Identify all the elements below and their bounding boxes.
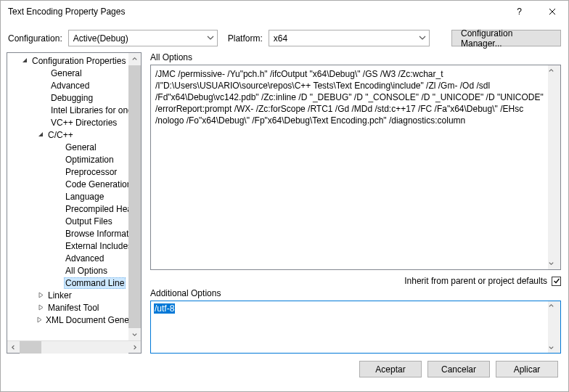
scroll-up-icon[interactable] — [548, 65, 560, 77]
all-options-text: /JMC /permissive- /Yu"pch.h" /ifcOutput … — [155, 69, 544, 126]
inherit-label: Inherit from parent or project defaults — [404, 276, 547, 286]
tree-node-cpp-advanced[interactable]: Advanced — [7, 252, 141, 264]
checkmark-icon — [553, 277, 560, 285]
configuration-manager-button[interactable]: Configuration Manager... — [451, 30, 561, 46]
tree-node-intel[interactable]: Intel Libraries for oneAPI — [7, 104, 141, 116]
platform-select[interactable]: x64 — [269, 30, 430, 46]
tree-node-manifest[interactable]: Manifest Tool — [7, 301, 141, 314]
ok-button[interactable]: Aceptar — [359, 361, 422, 377]
dialog-buttons: Aceptar Cancelar Aplicar — [1, 354, 568, 385]
tree-node-cpp-preprocessor[interactable]: Preprocessor — [7, 166, 141, 178]
tree-node-cpp-optimization[interactable]: Optimization — [7, 153, 141, 166]
tree-node-linker[interactable]: Linker — [7, 289, 141, 301]
scroll-thumb[interactable] — [128, 65, 141, 328]
chevron-down-icon — [207, 34, 214, 41]
additional-options-value: /utf-8 — [154, 303, 175, 314]
allopts-scrollbar[interactable] — [548, 65, 560, 269]
main-content: Configuration Properties General Advance… — [1, 52, 568, 354]
inherit-checkbox[interactable] — [552, 277, 561, 286]
tree-scroll[interactable]: Configuration Properties General Advance… — [7, 53, 141, 340]
inherit-row: Inherit from parent or project defaults — [150, 276, 561, 286]
close-icon — [549, 8, 556, 15]
scroll-up-icon[interactable] — [128, 53, 141, 65]
tree-node-cpp-browse[interactable]: Browse Information — [7, 227, 141, 240]
tree-node-cpp-language[interactable]: Language — [7, 190, 141, 203]
expander-closed-icon[interactable] — [36, 316, 43, 324]
tree-node-cpp-codegen[interactable]: Code Generation — [7, 178, 141, 190]
expander-closed-icon[interactable] — [36, 291, 45, 300]
addopts-scrollbar[interactable] — [548, 301, 560, 353]
additional-options-textarea[interactable]: /utf-8 — [150, 301, 561, 354]
tree-node-cpp-output[interactable]: Output Files — [7, 215, 141, 227]
additional-options-label: Additional Options — [150, 288, 561, 298]
scroll-track[interactable] — [20, 341, 128, 354]
configuration-value: Active(Debug) — [73, 33, 128, 44]
tree-node-cpp[interactable]: C/C++ — [7, 128, 141, 141]
cancel-button[interactable]: Cancelar — [427, 361, 490, 377]
platform-label: Platform: — [228, 33, 263, 44]
tree-node-cpp-allopts[interactable]: All Options — [7, 264, 141, 277]
configuration-label: Configuration: — [8, 33, 62, 44]
tree: Configuration Properties General Advance… — [7, 53, 141, 327]
platform-value: x64 — [274, 33, 287, 44]
scroll-right-icon[interactable] — [128, 341, 141, 354]
help-button[interactable]: ? — [503, 1, 536, 23]
tree-vertical-scrollbar[interactable] — [128, 53, 141, 340]
expander-closed-icon[interactable] — [36, 303, 45, 312]
tree-node-advanced[interactable]: Advanced — [7, 79, 141, 91]
tree-node-cpp-pch[interactable]: Precompiled Headers — [7, 203, 141, 215]
tree-node-cpp-external[interactable]: External Includes — [7, 240, 141, 252]
scroll-thumb[interactable] — [20, 341, 41, 354]
tree-node-xmldoc[interactable]: XML Document Generator — [7, 314, 141, 326]
scroll-down-icon[interactable] — [548, 258, 560, 269]
chevron-down-icon — [419, 34, 426, 41]
close-button[interactable] — [536, 1, 568, 23]
tree-horizontal-scrollbar[interactable] — [7, 340, 141, 353]
right-column: All Options /JMC /permissive- /Yu"pch.h"… — [150, 52, 561, 354]
tree-node-debugging[interactable]: Debugging — [7, 91, 141, 104]
tree-node-config-properties[interactable]: Configuration Properties — [7, 54, 141, 67]
title-bar: Text Encoding Property Pages ? — [1, 1, 568, 23]
apply-button[interactable]: Aplicar — [496, 361, 558, 377]
scroll-down-icon[interactable] — [128, 328, 141, 340]
configuration-select[interactable]: Active(Debug) — [68, 30, 218, 46]
all-options-textarea[interactable]: /JMC /permissive- /Yu"pch.h" /ifcOutput … — [150, 65, 561, 270]
scroll-left-icon[interactable] — [7, 341, 20, 354]
expander-open-icon[interactable] — [20, 57, 29, 65]
tree-node-cpp-general[interactable]: General — [7, 141, 141, 153]
scroll-up-icon[interactable] — [548, 301, 560, 311]
tree-panel: Configuration Properties General Advance… — [7, 52, 142, 354]
window-title: Text Encoding Property Pages — [8, 7, 503, 17]
scroll-down-icon[interactable] — [548, 343, 560, 353]
tree-node-vcpp-dirs[interactable]: VC++ Directories — [7, 116, 141, 128]
tree-node-cpp-cmdline[interactable]: Command Line — [7, 277, 141, 289]
config-row: Configuration: Active(Debug) Platform: x… — [1, 23, 568, 52]
tree-node-general[interactable]: General — [7, 67, 141, 79]
expander-open-icon[interactable] — [36, 131, 45, 139]
all-options-label: All Options — [150, 52, 561, 62]
